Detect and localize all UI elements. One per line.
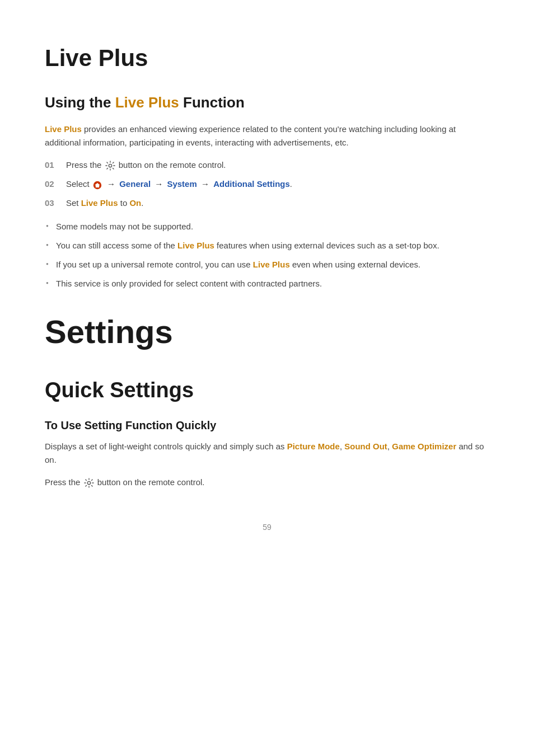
step-01: 01 Press the button on the remote contro…: [45, 158, 489, 172]
settings-icon-step01: [105, 161, 115, 171]
liveplus-highlight-heading: Live Plus: [115, 94, 179, 111]
quick-settings-body1: Displays a set of light-weight controls …: [45, 440, 489, 467]
svg-point-2: [87, 481, 90, 484]
intro-paragraph: Live Plus provides an enhanced viewing e…: [45, 123, 489, 149]
liveplus-bullet2: Live Plus: [177, 241, 214, 250]
liveplus-step03: Live Plus: [81, 198, 118, 208]
body2-after: button on the remote control.: [97, 477, 205, 487]
on-step03: On: [129, 198, 141, 208]
arrow-2: →: [152, 179, 165, 189]
step02-general: General: [119, 179, 151, 189]
step-01-text: Press the button on the remote control.: [66, 158, 226, 172]
page-title-liveplus: Live Plus: [45, 45, 489, 72]
settings-icon-body2: [84, 478, 94, 488]
page-number: 59: [45, 523, 489, 532]
bullet-2: You can still access some of the Live Pl…: [45, 239, 489, 252]
step-02: 02 Select → General → System → Additiona…: [45, 177, 489, 191]
home-icon-step02: [93, 180, 102, 189]
step02-system: System: [167, 179, 196, 189]
step-num-01: 01: [45, 158, 60, 172]
quick-settings-title: Quick Settings: [45, 378, 489, 402]
arrow-1: →: [107, 179, 118, 189]
body1-comma: ,: [340, 442, 344, 451]
step-02-text: Select → General → System → Additional S…: [66, 177, 292, 191]
subsection-title-use: To Use Setting Function Quickly: [45, 419, 489, 432]
bullet-list: Some models may not be supported. You ca…: [45, 220, 489, 290]
page-title-settings: Settings: [45, 313, 489, 350]
quick-settings-body2: Press the button on the remote control.: [45, 476, 489, 489]
steps-list: 01 Press the button on the remote contro…: [45, 158, 489, 210]
liveplus-intro-bold: Live Plus: [45, 124, 82, 134]
liveplus-bullet3: Live Plus: [253, 260, 290, 269]
svg-point-0: [109, 164, 111, 167]
body1-comma2: ,: [387, 442, 392, 451]
step-03: 03 Set Live Plus to On.: [45, 196, 489, 210]
step02-additional: Additional Settings: [213, 179, 290, 189]
sound-out-highlight: Sound Out: [344, 442, 387, 451]
step-num-02: 02: [45, 177, 60, 191]
bullet-1: Some models may not be supported.: [45, 220, 489, 233]
arrow-3: →: [199, 179, 212, 189]
section-title-suffix: Function: [179, 94, 245, 111]
body1-before: Displays a set of light-weight controls …: [45, 442, 287, 451]
step-num-03: 03: [45, 196, 60, 210]
bullet-4: This service is only provided for select…: [45, 277, 489, 290]
intro-text: provides an enhanced viewing experience …: [45, 124, 456, 147]
bullet-3: If you set up a universal remote control…: [45, 258, 489, 271]
step-03-text: Set Live Plus to On.: [66, 196, 143, 210]
game-optimizer-highlight: Game Optimizer: [392, 442, 456, 451]
body2-before: Press the: [45, 477, 83, 487]
picture-mode-highlight: Picture Mode: [287, 442, 340, 451]
section-title-using: Using the Live Plus Function: [45, 94, 489, 111]
section-title-prefix: Using the: [45, 94, 115, 111]
